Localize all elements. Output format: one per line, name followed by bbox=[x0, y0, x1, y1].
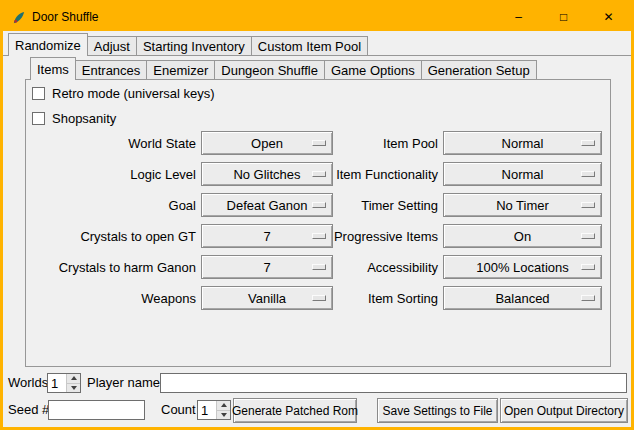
tab-enemizer[interactable]: Enemizer bbox=[146, 60, 215, 80]
dropdown-value: No Glitches bbox=[233, 167, 300, 182]
count-spin-up-button[interactable] bbox=[217, 401, 230, 411]
shopsanity-row[interactable]: Shopsanity bbox=[32, 109, 116, 127]
world-state-label: World State bbox=[28, 131, 196, 155]
dropdown-indicator-icon bbox=[312, 171, 326, 177]
window: Door Shuffle – □ ✕ Randomize Adjust Star… bbox=[0, 0, 634, 430]
shopsanity-checkbox[interactable] bbox=[32, 112, 45, 125]
dropdown-value: Vanilla bbox=[248, 291, 286, 306]
worlds-spin-arrows bbox=[66, 374, 80, 392]
inner-tab-bar: Items Entrances Enemizer Dungeon Shuffle… bbox=[30, 57, 537, 80]
tab-generation-setup[interactable]: Generation Setup bbox=[421, 60, 537, 80]
item-sorting-dropdown[interactable]: Balanced bbox=[443, 286, 602, 310]
tab-starting-inventory[interactable]: Starting Inventory bbox=[136, 36, 252, 56]
timer-setting-label: Timer Setting bbox=[338, 193, 438, 217]
worlds-spin-down-button[interactable] bbox=[67, 384, 80, 393]
count-spin-down-button[interactable] bbox=[217, 411, 230, 420]
dropdown-value: Defeat Ganon bbox=[227, 198, 308, 213]
item-pool-dropdown[interactable]: Normal bbox=[443, 131, 602, 155]
tab-custom-item-pool[interactable]: Custom Item Pool bbox=[251, 36, 368, 56]
tab-adjust[interactable]: Adjust bbox=[87, 36, 137, 56]
weapons-dropdown[interactable]: Vanilla bbox=[201, 286, 333, 310]
retro-mode-row[interactable]: Retro mode (universal keys) bbox=[32, 84, 215, 102]
dropdown-value: 100% Locations bbox=[476, 260, 569, 275]
dropdown-value: On bbox=[514, 229, 531, 244]
goal-label: Goal bbox=[28, 193, 196, 217]
dropdown-value: Normal bbox=[502, 167, 544, 182]
dropdown-indicator-icon bbox=[312, 295, 326, 301]
close-icon: ✕ bbox=[603, 10, 613, 24]
crystals-harm-ganon-dropdown[interactable]: 7 bbox=[201, 255, 333, 279]
up-arrow-icon bbox=[71, 376, 77, 380]
app-icon[interactable] bbox=[10, 9, 26, 25]
worlds-input[interactable] bbox=[48, 374, 66, 392]
player-names-input[interactable] bbox=[160, 373, 627, 393]
count-label: Count bbox=[161, 399, 196, 421]
dropdown-indicator-icon bbox=[581, 140, 595, 146]
minimize-icon: – bbox=[515, 10, 522, 24]
options-grid: World State Open Item Pool Normal Logic … bbox=[28, 131, 602, 310]
dropdown-indicator-icon bbox=[312, 202, 326, 208]
dropdown-value: 7 bbox=[263, 229, 270, 244]
dropdown-value: Balanced bbox=[495, 291, 549, 306]
crystals-harm-ganon-label: Crystals to harm Ganon bbox=[28, 255, 196, 279]
count-input[interactable] bbox=[198, 401, 216, 419]
crystals-open-gt-dropdown[interactable]: 7 bbox=[201, 224, 333, 248]
worlds-label: Worlds bbox=[8, 372, 48, 394]
tab-game-options[interactable]: Game Options bbox=[324, 60, 422, 80]
worlds-spin-up-button[interactable] bbox=[67, 374, 80, 384]
weapons-label: Weapons bbox=[28, 286, 196, 310]
logic-level-dropdown[interactable]: No Glitches bbox=[201, 162, 333, 186]
dropdown-indicator-icon bbox=[312, 264, 326, 270]
world-state-dropdown[interactable]: Open bbox=[201, 131, 333, 155]
item-pool-label: Item Pool bbox=[338, 131, 438, 155]
player-names-label: Player names bbox=[87, 372, 166, 394]
items-panel: Retro mode (universal keys) Shopsanity W… bbox=[25, 79, 611, 367]
item-functionality-label: Item Functionality bbox=[338, 162, 438, 186]
logic-level-label: Logic Level bbox=[28, 162, 196, 186]
progressive-items-dropdown[interactable]: On bbox=[443, 224, 602, 248]
down-arrow-icon bbox=[221, 413, 227, 417]
timer-setting-dropdown[interactable]: No Timer bbox=[443, 193, 602, 217]
open-output-directory-button[interactable]: Open Output Directory bbox=[500, 398, 628, 423]
accessibility-label: Accessibility bbox=[338, 255, 438, 279]
dropdown-indicator-icon bbox=[581, 295, 595, 301]
dropdown-indicator-icon bbox=[581, 171, 595, 177]
dropdown-indicator-icon bbox=[312, 140, 326, 146]
tab-items[interactable]: Items bbox=[30, 57, 76, 80]
progressive-items-label: Progressive Items bbox=[338, 224, 438, 248]
titlebar: Door Shuffle – □ ✕ bbox=[3, 3, 631, 31]
dropdown-value: 7 bbox=[263, 260, 270, 275]
retro-mode-checkbox[interactable] bbox=[32, 87, 45, 100]
generate-patched-rom-button[interactable]: Generate Patched Rom bbox=[233, 398, 357, 423]
save-settings-button[interactable]: Save Settings to File bbox=[377, 398, 498, 423]
up-arrow-icon bbox=[221, 403, 227, 407]
window-title: Door Shuffle bbox=[32, 10, 99, 24]
dropdown-value: No Timer bbox=[496, 198, 549, 213]
tab-entrances[interactable]: Entrances bbox=[75, 60, 148, 80]
count-spin-arrows bbox=[216, 401, 230, 419]
down-arrow-icon bbox=[71, 386, 77, 390]
maximize-button[interactable]: □ bbox=[541, 3, 586, 31]
window-controls: – □ ✕ bbox=[496, 3, 631, 31]
dropdown-indicator-icon bbox=[312, 233, 326, 239]
accessibility-dropdown[interactable]: 100% Locations bbox=[443, 255, 602, 279]
dropdown-indicator-icon bbox=[581, 264, 595, 270]
seed-input[interactable] bbox=[48, 400, 145, 420]
client-area: Randomize Adjust Starting Inventory Cust… bbox=[3, 31, 631, 427]
count-spinbox bbox=[197, 400, 231, 420]
goal-dropdown[interactable]: Defeat Ganon bbox=[201, 193, 333, 217]
minimize-button[interactable]: – bbox=[496, 3, 541, 31]
shopsanity-label: Shopsanity bbox=[52, 111, 116, 126]
close-button[interactable]: ✕ bbox=[586, 3, 631, 31]
dropdown-value: Open bbox=[251, 136, 283, 151]
tab-dungeon-shuffle[interactable]: Dungeon Shuffle bbox=[214, 60, 325, 80]
item-sorting-label: Item Sorting bbox=[338, 286, 438, 310]
crystals-open-gt-label: Crystals to open GT bbox=[28, 224, 196, 248]
dropdown-value: Normal bbox=[502, 136, 544, 151]
worlds-spinbox bbox=[47, 373, 81, 393]
item-functionality-dropdown[interactable]: Normal bbox=[443, 162, 602, 186]
dropdown-indicator-icon bbox=[581, 233, 595, 239]
seed-label: Seed # bbox=[8, 399, 49, 421]
tab-randomize[interactable]: Randomize bbox=[8, 33, 88, 56]
maximize-icon: □ bbox=[560, 10, 567, 24]
